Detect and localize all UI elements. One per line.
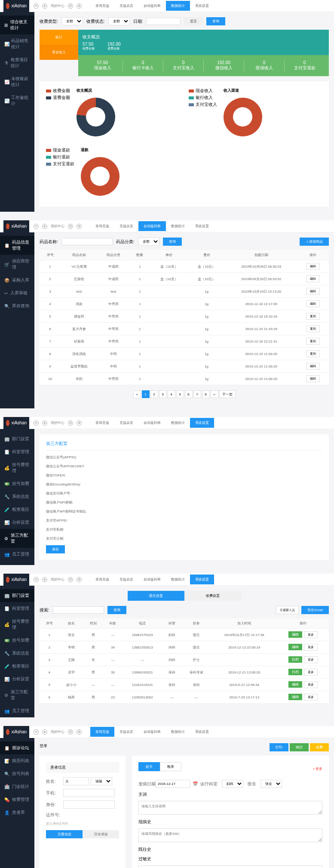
save-button[interactable]: 保存 bbox=[46, 545, 65, 553]
edit-button[interactable]: 编辑 bbox=[306, 300, 320, 307]
sidebar-item[interactable]: 📊分析设置 bbox=[0, 673, 34, 686]
name-input[interactable] bbox=[63, 777, 89, 785]
sidebar-item[interactable]: 💊收费管理 bbox=[0, 793, 34, 806]
more-button[interactable]: 更多 bbox=[304, 644, 318, 651]
sidebar-item[interactable]: 📑科室管理 bbox=[0, 602, 34, 615]
sidebar-item[interactable]: 📝病历列表 bbox=[0, 754, 34, 767]
more-button[interactable]: 更多 bbox=[304, 694, 318, 701]
side-work[interactable]: 📉工作量统计 bbox=[0, 91, 34, 110]
page-button[interactable]: < bbox=[133, 390, 141, 398]
search-button[interactable]: 查询 bbox=[163, 238, 182, 246]
sidebar-item[interactable]: ⚙第三方配置 bbox=[0, 529, 34, 548]
side-purchase[interactable]: 📦采购入库 bbox=[0, 274, 34, 287]
query-button[interactable]: 查询 bbox=[206, 17, 225, 25]
drug-name-input[interactable] bbox=[61, 238, 113, 245]
sidebar-item[interactable]: 🔧系统信息 bbox=[0, 647, 34, 660]
search-button[interactable]: 查询 bbox=[107, 606, 126, 614]
refresh-icon[interactable]: ⟲ bbox=[34, 224, 39, 229]
side-stats[interactable]: ⊞综合收支统计 bbox=[0, 15, 34, 34]
phone-input[interactable] bbox=[63, 789, 115, 797]
edit-button[interactable]: 归档 bbox=[288, 656, 302, 663]
sidebar-item[interactable]: 💵挂号加费 bbox=[0, 634, 34, 647]
exam-tab[interactable]: 检查 bbox=[160, 762, 181, 771]
page-button[interactable]: 2 bbox=[150, 390, 158, 398]
add-staff-button[interactable]: 开通新人员 bbox=[276, 606, 299, 614]
gender-select[interactable]: 请输入... bbox=[91, 777, 112, 785]
fee-button[interactable]: 收费 bbox=[310, 743, 329, 751]
fee-type-select[interactable]: 全部 bbox=[61, 17, 83, 25]
sidebar-item[interactable]: 💵挂号加费 bbox=[0, 477, 34, 490]
sidebar-item[interactable]: 📊分析设置 bbox=[0, 516, 34, 529]
edit-button[interactable]: 编辑 bbox=[288, 681, 302, 688]
edit-button[interactable]: 编辑 bbox=[306, 263, 320, 270]
page-button[interactable]: 6 bbox=[185, 390, 193, 398]
calendar-icon[interactable]: 📅 bbox=[193, 782, 198, 786]
sidebar-item[interactable]: 🏢部门设置 bbox=[0, 432, 34, 445]
side-stock[interactable]: 🔍库存查询 bbox=[0, 300, 34, 312]
sidebar-item[interactable]: 👥员工管理 bbox=[0, 548, 34, 561]
sidebar-item[interactable]: 🧪检查项目 bbox=[0, 503, 34, 516]
tab-0[interactable]: 查询充值 bbox=[90, 1, 114, 11]
add-drug-button[interactable]: ＋添加药品 bbox=[300, 238, 329, 246]
present-history-input[interactable] bbox=[138, 828, 322, 842]
edit-button[interactable]: 编辑 bbox=[288, 631, 302, 638]
sidebar-item[interactable]: 🏥门诊统计 bbox=[0, 780, 34, 793]
edit-button[interactable]: 归档 bbox=[288, 669, 302, 675]
history-button[interactable]: 历史就诊 bbox=[83, 830, 119, 838]
side-audit[interactable]: ↩入库审核 bbox=[0, 287, 34, 300]
sidebar-item[interactable]: 🔍挂号列表 bbox=[0, 767, 34, 780]
page-button[interactable]: 3 bbox=[159, 390, 167, 398]
page-button[interactable]: > bbox=[211, 390, 218, 398]
allergy-input[interactable] bbox=[138, 865, 322, 868]
side-unpaid[interactable]: 📈未收账款统计 bbox=[0, 72, 34, 91]
page-button[interactable]: 下一页 bbox=[219, 390, 236, 398]
menu-icon[interactable]: ☰ bbox=[68, 3, 73, 9]
fee-tab[interactable]: 收费设置 bbox=[184, 591, 241, 601]
add-icon[interactable]: ⊕ bbox=[42, 224, 47, 229]
more-button[interactable]: 更多 bbox=[304, 656, 318, 663]
gear-icon[interactable]: ⚙ bbox=[77, 3, 82, 9]
tab-1[interactable]: 充值表页 bbox=[114, 1, 138, 11]
sidebar-item[interactable]: 💰挂号费管理 bbox=[0, 615, 34, 634]
page-button[interactable]: 4 bbox=[168, 390, 175, 398]
side-supplier[interactable]: 🛒供应商管理 bbox=[0, 255, 34, 274]
tab-3[interactable]: 数据统计 bbox=[166, 1, 190, 11]
print-button[interactable]: 打印 bbox=[270, 743, 288, 751]
staff-search-input[interactable] bbox=[53, 606, 104, 614]
edit-button[interactable]: 编辑 bbox=[306, 375, 320, 382]
sidebar-item[interactable]: 📋就诊论坛 bbox=[0, 741, 34, 754]
edit-button[interactable]: 复制 bbox=[306, 350, 320, 357]
tab-4[interactable]: 系统设置 bbox=[190, 1, 214, 11]
date-input[interactable] bbox=[146, 18, 181, 25]
sidebar-item[interactable]: 🔧系统信息 bbox=[0, 490, 34, 503]
edit-button[interactable]: 复制 bbox=[306, 325, 320, 332]
reset-button[interactable]: 重置 bbox=[184, 17, 203, 25]
tab-2[interactable]: 自动返利率 bbox=[138, 1, 166, 11]
edit-button[interactable]: 编辑 bbox=[306, 288, 320, 295]
edit-button[interactable]: 复制 bbox=[306, 313, 320, 320]
date-input[interactable] bbox=[156, 780, 190, 788]
doctor-tab[interactable]: 医生设置 bbox=[128, 591, 184, 601]
side-exam[interactable]: ⚗检查项目统计 bbox=[0, 53, 34, 72]
sidebar-item[interactable]: 🧪检查项目 bbox=[0, 660, 34, 673]
page-button[interactable]: 8 bbox=[202, 390, 210, 398]
menu-icon[interactable]: ☰ bbox=[68, 224, 73, 229]
sidebar-item[interactable]: 📑科室管理 bbox=[0, 445, 34, 458]
page-button[interactable]: 7 bbox=[193, 390, 201, 398]
edit-button[interactable]: 编辑 bbox=[306, 363, 320, 370]
doctor-select[interactable]: 张金 bbox=[260, 780, 282, 788]
page-button[interactable]: 5 bbox=[176, 390, 184, 398]
record-button[interactable]: 病历 bbox=[290, 743, 309, 751]
chief-complaint-input[interactable] bbox=[138, 801, 322, 815]
sidebar-item[interactable]: 🏢部门设置 bbox=[0, 589, 34, 602]
more-button[interactable]: 更多 bbox=[304, 669, 318, 676]
add-icon[interactable]: ⊕ bbox=[42, 3, 47, 9]
id-input[interactable] bbox=[63, 800, 115, 809]
refresh-icon[interactable]: ⟲ bbox=[34, 3, 39, 9]
complete-button[interactable]: 完善信息 bbox=[46, 830, 83, 838]
edit-button[interactable]: 编辑 bbox=[306, 275, 320, 282]
sidebar-item[interactable]: 👤患者库 bbox=[0, 806, 34, 819]
dept-select[interactable]: 妇科 bbox=[222, 780, 243, 788]
edit-button[interactable]: 编辑 bbox=[288, 644, 302, 650]
edit-button[interactable]: 编辑 bbox=[288, 694, 302, 700]
